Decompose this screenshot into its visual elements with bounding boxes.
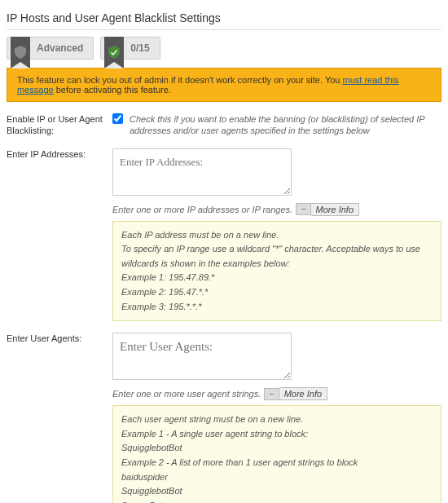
badge-advanced-label: Advanced [37, 42, 83, 54]
ua-info-line: Example 2 - A list of more than 1 user a… [121, 456, 433, 470]
enable-checkbox[interactable] [112, 113, 123, 124]
ip-info-line: To specify an IP range use a wildcard "*… [121, 242, 433, 271]
ip-info-line: Each IP address must be on a new line. [121, 228, 433, 243]
row-enable: Enable IP or User Agent Blacklisting: Ch… [7, 113, 441, 137]
ip-info-line: Example 3: 195.*.*.* [121, 300, 433, 315]
ua-hint: Enter one or more user agent strings. [112, 389, 261, 399]
ua-info-line: SquigglebotBot [121, 484, 433, 499]
ua-textarea[interactable] [112, 333, 292, 380]
minus-icon: − [264, 388, 279, 400]
page-title: IP Hosts and User Agent Blacklist Settin… [7, 7, 441, 30]
ua-info-line: Each user agent string must be on a new … [121, 413, 433, 427]
ip-info-box: Each IP address must be on a new line. T… [112, 221, 441, 322]
ua-info-box: Each user agent string must be on a new … [112, 405, 441, 503]
badge-row: Advanced 0/15 [7, 37, 441, 60]
ip-more-info-button[interactable]: − More Info [296, 203, 359, 216]
badge-advanced: Advanced [7, 37, 94, 60]
ua-more-info-button[interactable]: − More Info [264, 387, 327, 400]
ua-info-line: SquigglebotBot [121, 441, 433, 456]
enable-helper: Check this if you want to enable the ban… [130, 113, 441, 137]
ua-more-label: More Info [279, 387, 327, 400]
ip-info-line: Example 2: 195.47.*.* [121, 285, 433, 300]
enable-label: Enable IP or User Agent Blacklisting: [7, 113, 112, 137]
ip-textarea[interactable] [112, 148, 292, 196]
badge-score-label: 0/15 [130, 42, 149, 54]
shield-check-icon [104, 37, 124, 68]
warning-banner: This feature can lock you out of admin i… [7, 68, 441, 102]
ua-info-line: Example 1 - A single user agent string t… [121, 427, 433, 442]
minus-icon: − [296, 203, 310, 215]
ua-info-line: baiduspider [121, 470, 433, 485]
ip-label: Enter IP Addresses: [7, 148, 112, 322]
ua-label: Enter User Agents: [7, 333, 112, 503]
ip-hint: Enter one or more IP addresses or IP ran… [112, 205, 292, 214]
row-ua: Enter User Agents: Enter one or more use… [7, 333, 441, 503]
row-ip: Enter IP Addresses: Enter one or more IP… [7, 148, 441, 322]
shield-icon [11, 37, 30, 68]
badge-score: 0/15 [100, 37, 160, 60]
warning-suffix: before activating this feature. [54, 85, 171, 95]
ip-more-label: More Info [311, 203, 359, 216]
warning-prefix: This feature can lock you out of admin i… [17, 75, 343, 85]
ua-info-line: SurveyBot [121, 499, 433, 503]
ip-info-line: Example 1: 195.47.89.* [121, 271, 433, 285]
